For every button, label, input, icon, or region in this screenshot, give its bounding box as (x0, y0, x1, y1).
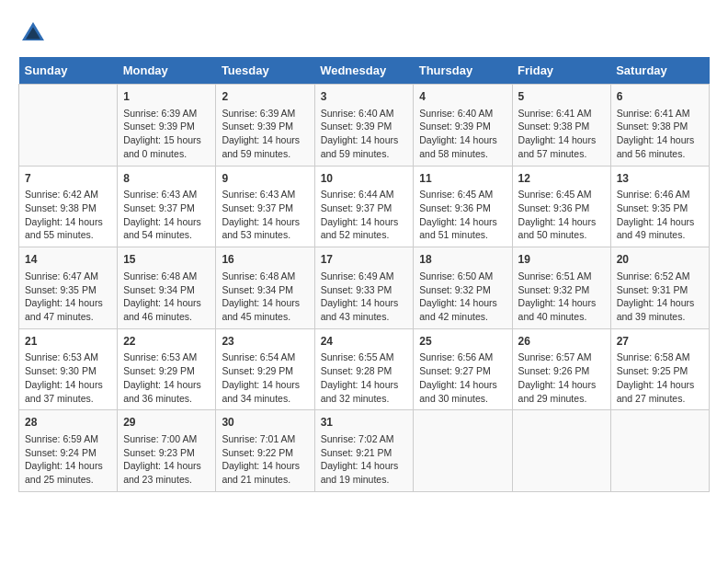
day-info: Sunrise: 6:40 AM Sunset: 9:39 PM Dayligh… (321, 107, 408, 161)
day-info: Sunrise: 6:48 AM Sunset: 9:34 PM Dayligh… (222, 270, 308, 324)
day-info: Sunrise: 6:53 AM Sunset: 9:30 PM Dayligh… (25, 350, 111, 405)
logo-icon (18, 18, 48, 48)
day-info: Sunrise: 6:43 AM Sunset: 9:37 PM Dayligh… (222, 188, 308, 242)
calendar-day-cell: 13Sunrise: 6:46 AM Sunset: 9:35 PM Dayli… (610, 166, 709, 247)
day-info: Sunrise: 6:45 AM Sunset: 9:36 PM Dayligh… (419, 188, 506, 242)
day-info: Sunrise: 7:02 AM Sunset: 9:21 PM Dayligh… (321, 432, 408, 487)
day-info: Sunrise: 6:40 AM Sunset: 9:39 PM Dayligh… (419, 107, 506, 161)
calendar-week-row: 28Sunrise: 6:59 AM Sunset: 9:24 PM Dayli… (19, 410, 710, 492)
day-info: Sunrise: 6:49 AM Sunset: 9:33 PM Dayligh… (321, 270, 408, 324)
calendar-day-cell: 7Sunrise: 6:42 AM Sunset: 9:38 PM Daylig… (19, 166, 118, 247)
day-number: 31 (321, 415, 408, 431)
day-of-week-header: Monday (118, 57, 216, 85)
day-of-week-header: Thursday (414, 57, 512, 85)
calendar-day-cell (414, 410, 512, 492)
calendar-header-row: SundayMondayTuesdayWednesdayThursdayFrid… (19, 57, 710, 85)
day-info: Sunrise: 6:41 AM Sunset: 9:38 PM Dayligh… (518, 107, 605, 161)
day-number: 2 (222, 89, 308, 105)
calendar-day-cell: 14Sunrise: 6:47 AM Sunset: 9:35 PM Dayli… (19, 247, 118, 329)
calendar-day-cell: 23Sunrise: 6:54 AM Sunset: 9:29 PM Dayli… (216, 328, 314, 410)
day-number: 26 (518, 334, 605, 350)
calendar-day-cell: 1Sunrise: 6:39 AM Sunset: 9:39 PM Daylig… (118, 85, 216, 167)
calendar-day-cell: 12Sunrise: 6:45 AM Sunset: 9:36 PM Dayli… (512, 166, 610, 247)
day-info: Sunrise: 6:51 AM Sunset: 9:32 PM Dayligh… (518, 270, 605, 324)
calendar-day-cell: 2Sunrise: 6:39 AM Sunset: 9:39 PM Daylig… (216, 85, 314, 167)
day-number: 30 (222, 415, 308, 431)
day-number: 10 (321, 171, 408, 187)
day-info: Sunrise: 6:52 AM Sunset: 9:31 PM Dayligh… (617, 270, 703, 324)
calendar-week-row: 21Sunrise: 6:53 AM Sunset: 9:30 PM Dayli… (19, 328, 710, 410)
calendar-day-cell: 24Sunrise: 6:55 AM Sunset: 9:28 PM Dayli… (314, 328, 414, 410)
day-info: Sunrise: 6:57 AM Sunset: 9:26 PM Dayligh… (518, 350, 605, 405)
calendar-day-cell: 22Sunrise: 6:53 AM Sunset: 9:29 PM Dayli… (118, 328, 216, 410)
day-number: 23 (222, 334, 308, 350)
calendar-day-cell: 8Sunrise: 6:43 AM Sunset: 9:37 PM Daylig… (118, 166, 216, 247)
day-info: Sunrise: 6:54 AM Sunset: 9:29 PM Dayligh… (222, 350, 308, 405)
day-info: Sunrise: 6:43 AM Sunset: 9:37 PM Dayligh… (123, 188, 210, 242)
day-number: 15 (123, 252, 210, 268)
day-info: Sunrise: 7:01 AM Sunset: 9:22 PM Dayligh… (222, 432, 308, 487)
calendar-day-cell: 6Sunrise: 6:41 AM Sunset: 9:38 PM Daylig… (610, 85, 709, 167)
calendar-day-cell: 16Sunrise: 6:48 AM Sunset: 9:34 PM Dayli… (216, 247, 314, 329)
day-number: 19 (518, 252, 605, 268)
day-number: 22 (123, 334, 210, 350)
calendar-day-cell (19, 85, 118, 167)
day-number: 4 (419, 89, 506, 105)
calendar-day-cell: 15Sunrise: 6:48 AM Sunset: 9:34 PM Dayli… (118, 247, 216, 329)
day-info: Sunrise: 6:41 AM Sunset: 9:38 PM Dayligh… (617, 107, 703, 161)
calendar-day-cell: 10Sunrise: 6:44 AM Sunset: 9:37 PM Dayli… (314, 166, 414, 247)
day-info: Sunrise: 6:50 AM Sunset: 9:32 PM Dayligh… (419, 270, 506, 324)
day-of-week-header: Tuesday (216, 57, 314, 85)
day-number: 11 (419, 171, 506, 187)
calendar-day-cell: 4Sunrise: 6:40 AM Sunset: 9:39 PM Daylig… (414, 85, 512, 167)
calendar-day-cell (512, 410, 610, 492)
calendar-week-row: 7Sunrise: 6:42 AM Sunset: 9:38 PM Daylig… (19, 166, 710, 247)
day-number: 13 (617, 171, 703, 187)
day-info: Sunrise: 6:44 AM Sunset: 9:37 PM Dayligh… (321, 188, 408, 242)
day-number: 25 (419, 334, 506, 350)
day-of-week-header: Friday (512, 57, 610, 85)
calendar-day-cell: 20Sunrise: 6:52 AM Sunset: 9:31 PM Dayli… (610, 247, 709, 329)
day-number: 20 (617, 252, 703, 268)
day-info: Sunrise: 6:45 AM Sunset: 9:36 PM Dayligh… (518, 188, 605, 242)
calendar-day-cell: 5Sunrise: 6:41 AM Sunset: 9:38 PM Daylig… (512, 85, 610, 167)
day-info: Sunrise: 6:39 AM Sunset: 9:39 PM Dayligh… (222, 107, 308, 161)
calendar-day-cell: 19Sunrise: 6:51 AM Sunset: 9:32 PM Dayli… (512, 247, 610, 329)
calendar-day-cell: 28Sunrise: 6:59 AM Sunset: 9:24 PM Dayli… (19, 410, 118, 492)
day-info: Sunrise: 6:39 AM Sunset: 9:39 PM Dayligh… (123, 107, 210, 161)
calendar-day-cell: 31Sunrise: 7:02 AM Sunset: 9:21 PM Dayli… (314, 410, 414, 492)
day-info: Sunrise: 6:56 AM Sunset: 9:27 PM Dayligh… (419, 350, 506, 405)
day-of-week-header: Sunday (19, 57, 118, 85)
calendar-week-row: 14Sunrise: 6:47 AM Sunset: 9:35 PM Dayli… (19, 247, 710, 329)
day-info: Sunrise: 6:59 AM Sunset: 9:24 PM Dayligh… (25, 432, 111, 487)
calendar-week-row: 1Sunrise: 6:39 AM Sunset: 9:39 PM Daylig… (19, 85, 710, 167)
day-info: Sunrise: 6:55 AM Sunset: 9:28 PM Dayligh… (321, 350, 408, 405)
day-number: 21 (25, 334, 111, 350)
day-info: Sunrise: 6:47 AM Sunset: 9:35 PM Dayligh… (25, 270, 111, 324)
day-number: 16 (222, 252, 308, 268)
calendar-day-cell: 9Sunrise: 6:43 AM Sunset: 9:37 PM Daylig… (216, 166, 314, 247)
calendar-day-cell: 25Sunrise: 6:56 AM Sunset: 9:27 PM Dayli… (414, 328, 512, 410)
day-number: 28 (25, 415, 111, 431)
calendar-day-cell: 29Sunrise: 7:00 AM Sunset: 9:23 PM Dayli… (118, 410, 216, 492)
day-info: Sunrise: 6:42 AM Sunset: 9:38 PM Dayligh… (25, 188, 111, 242)
day-number: 14 (25, 252, 111, 268)
day-number: 8 (123, 171, 210, 187)
day-of-week-header: Saturday (610, 57, 709, 85)
day-info: Sunrise: 6:53 AM Sunset: 9:29 PM Dayligh… (123, 350, 210, 405)
day-number: 17 (321, 252, 408, 268)
day-number: 3 (321, 89, 408, 105)
day-of-week-header: Wednesday (314, 57, 414, 85)
calendar-day-cell: 30Sunrise: 7:01 AM Sunset: 9:22 PM Dayli… (216, 410, 314, 492)
day-number: 6 (617, 89, 703, 105)
day-number: 1 (123, 89, 210, 105)
day-info: Sunrise: 6:48 AM Sunset: 9:34 PM Dayligh… (123, 270, 210, 324)
calendar-day-cell: 11Sunrise: 6:45 AM Sunset: 9:36 PM Dayli… (414, 166, 512, 247)
calendar-table: SundayMondayTuesdayWednesdayThursdayFrid… (18, 57, 710, 492)
day-number: 27 (617, 334, 703, 350)
day-number: 9 (222, 171, 308, 187)
day-number: 18 (419, 252, 506, 268)
calendar-day-cell: 21Sunrise: 6:53 AM Sunset: 9:30 PM Dayli… (19, 328, 118, 410)
day-number: 7 (25, 171, 111, 187)
calendar-day-cell (610, 410, 709, 492)
